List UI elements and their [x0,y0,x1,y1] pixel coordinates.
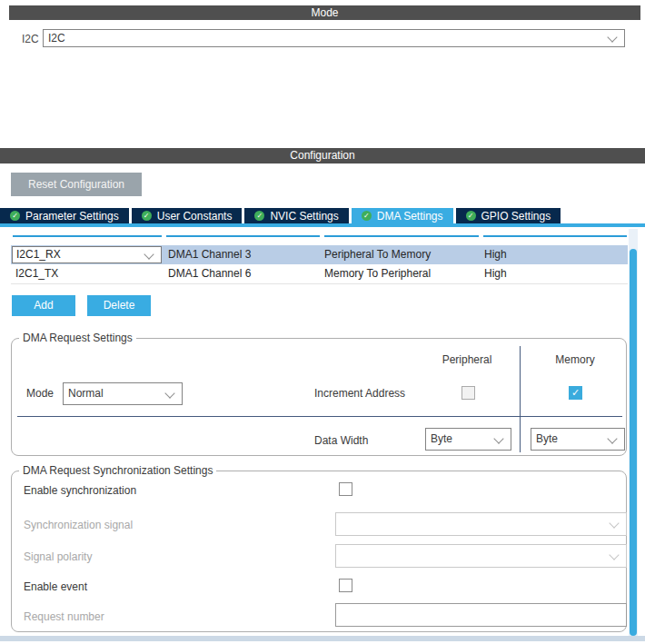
dma-request-value: I2C1_RX [16,248,61,261]
check-circle-icon: ✓ [142,211,152,221]
tab-parameter-settings[interactable]: ✓ Parameter Settings [0,208,129,223]
priority-cell: High [484,245,507,264]
sync-signal-label: Synchronization signal [24,519,133,531]
tab-label: User Constants [157,210,233,223]
data-width-label: Data Width [314,434,368,447]
peripheral-increment-checkbox[interactable] [461,386,475,400]
channel-cell: DMA1 Channel 6 [168,264,251,283]
tab-label: NVIC Settings [270,210,338,223]
enable-sync-label: Enable synchronization [24,484,136,497]
request-number-label: Request number [24,610,104,623]
group-legend: DMA Request Synchronization Settings [19,464,216,477]
delete-button[interactable]: Delete [87,295,151,316]
chevron-down-icon [144,249,154,259]
mode-select[interactable]: Normal [63,382,183,405]
tab-label: DMA Settings [377,210,443,223]
mode-label: Mode [26,387,54,400]
enable-event-label: Enable event [24,580,87,593]
tab-label: Parameter Settings [25,210,119,223]
channel-cell: DMA1 Channel 3 [168,245,251,264]
column-divider [520,346,521,452]
check-circle-icon: ✓ [10,211,20,221]
chevron-down-icon [609,550,619,560]
memory-data-width-select[interactable]: Byte [531,428,625,451]
column-underline [483,235,627,237]
increment-address-label: Increment Address [314,387,405,400]
chevron-down-icon [493,433,503,443]
memory-column-header: Memory [530,353,620,366]
peripheral-column-header: Peripheral [417,353,517,366]
tab-gpio-settings[interactable]: ✓ GPIO Settings [456,208,561,223]
enable-event-checkbox[interactable] [339,579,352,592]
signal-polarity-label: Signal polarity [24,550,92,563]
chevron-down-icon [609,518,619,528]
enable-sync-checkbox[interactable] [339,482,352,496]
column-underline [324,235,479,237]
add-button[interactable]: Add [12,295,75,316]
column-underline [166,235,320,237]
mode-select-value: Normal [68,387,104,400]
scrollbar-thumb[interactable] [630,249,637,636]
column-underline [13,235,162,237]
dma-sync-settings-group: DMA Request Synchronization Settings Ena… [11,471,627,632]
check-circle-icon: ✓ [254,211,264,221]
peripheral-data-width-value: Byte [431,432,452,445]
direction-cell: Memory To Peripheral [324,264,431,283]
i2c-mode-select[interactable]: I2C [43,29,625,47]
memory-increment-checkbox[interactable] [569,386,582,400]
tab-dma-settings[interactable]: ✓ DMA Settings [352,208,453,223]
chevron-down-icon [164,388,174,398]
memory-data-width-value: Byte [536,432,558,445]
i2c-mode-label: I2C [22,33,39,45]
bottom-bar [0,636,645,641]
group-legend: DMA Request Settings [19,332,136,344]
priority-cell: High [484,264,507,283]
configuration-header: Configuration [0,148,645,163]
check-circle-icon: ✓ [362,211,372,221]
peripheral-data-width-select[interactable]: Byte [425,428,511,451]
direction-cell: Peripheral To Memory [324,245,431,264]
active-tab-indicator [0,223,645,227]
row-divider [17,416,622,417]
mode-panel-header: Mode [9,5,640,20]
signal-polarity-select[interactable] [335,544,627,568]
sync-signal-select[interactable] [335,512,627,536]
table-row[interactable]: I2C1_TX DMA1 Channel 6 Memory To Periphe… [11,264,628,284]
reset-configuration-button[interactable]: Reset Configuration [11,173,142,196]
chevron-down-icon [607,433,617,443]
request-number-input[interactable] [335,603,627,627]
tab-label: GPIO Settings [481,210,551,223]
settings-tab-bar: ✓ Parameter Settings ✓ User Constants ✓ … [0,208,561,223]
i2c-mode-select-value: I2C [48,32,65,45]
tab-nvic-settings[interactable]: ✓ NVIC Settings [244,208,348,223]
request-cell: I2C1_TX [15,264,58,283]
chevron-down-icon [607,32,617,42]
tab-user-constants[interactable]: ✓ User Constants [132,208,243,223]
dma-request-settings-group: DMA Request Settings Peripheral Memory M… [11,338,627,456]
table-row[interactable]: I2C1_RX DMA1 Channel 3 Peripheral To Mem… [11,245,628,264]
check-circle-icon: ✓ [466,211,476,221]
dma-request-combo[interactable]: I2C1_RX [12,246,162,263]
